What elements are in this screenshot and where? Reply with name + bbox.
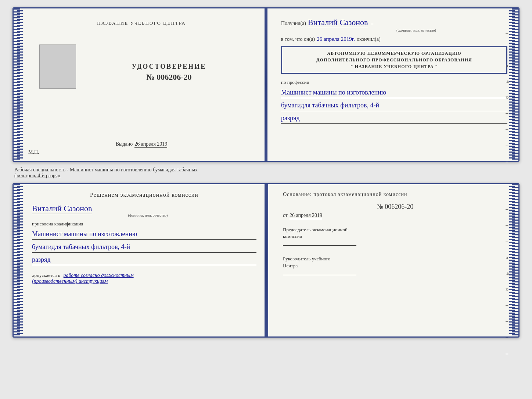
document-container: НАЗВАНИЕ УЧЕБНОГО ЦЕНТРА УДОСТОВЕРЕНИЕ №…	[12, 7, 520, 338]
issued-date: 26 апреля 2019	[134, 141, 167, 148]
diploma-book-bottom: Решением экзаменационной комиссии Витали…	[12, 183, 520, 338]
director-label: Руководитель учебного Центра	[283, 256, 507, 269]
qualification-label: присвоена квалификация	[32, 221, 256, 227]
certificate-number: № 006206-20	[147, 72, 192, 82]
issued-line: Выдано 26 апреля 2019	[116, 141, 168, 148]
stamp-box: АВТОНОМНУЮ НЕКОММЕРЧЕСКУЮ ОРГАНИЗАЦИЮ ДО…	[281, 46, 507, 74]
protocol-number: № 006206-20	[283, 203, 507, 211]
separator-text-underlined: фильтров, 4-й разряд	[14, 173, 518, 179]
recipient-name: Виталий Сазонов	[308, 18, 368, 28]
bottom-left-page: Решением экзаменационной комиссии Витали…	[14, 184, 268, 336]
director-text2: Центра	[283, 263, 298, 268]
allowed-handwritten-2: (производственным) инструкциям	[32, 278, 108, 284]
certificate-title: УДОСТОВЕРЕНИЕ	[132, 63, 206, 71]
chairman-text2: комиссии	[283, 234, 302, 239]
profession-line2: бумагидля табачных фильтров, 4-й	[281, 100, 507, 111]
right-decoration-top	[512, 8, 518, 161]
diploma-left-page: НАЗВАНИЕ УЧЕБНОГО ЦЕНТРА УДОСТОВЕРЕНИЕ №…	[14, 8, 266, 161]
profession-line1: Машинист машины по изготовлению	[281, 87, 507, 98]
in-that-line: в том, что он(а) 26 апреля 2019г. окончи…	[281, 36, 507, 42]
qualification-line1: Машинист машины по изготовлению	[32, 229, 256, 240]
qualification-line3: разряд	[32, 254, 256, 266]
date-value: 26 апреля 2019г.	[317, 36, 355, 42]
finished-label: окончил(а)	[357, 36, 381, 42]
bottom-right-page: Основание: протокол экзаменационной коми…	[268, 184, 518, 336]
basis-line: Основание: протокол экзаменационной коми…	[283, 192, 507, 197]
diploma-spine	[265, 8, 267, 161]
allowed-label: допускается к	[32, 272, 60, 278]
separator-text-normal: Рабочая специальность - Машинист машины …	[14, 167, 518, 173]
received-label: Получил(а)	[281, 21, 306, 26]
qualification-line2: бумагидля табачных фильтров, 4-й	[32, 242, 256, 253]
diploma-right-page: Получил(а) Виталий Сазонов – (фамилия, и…	[266, 8, 518, 161]
chairman-text1: Председатель экзаменационной	[283, 227, 348, 232]
right-dashes: – – и ,а к- – – – –	[506, 31, 509, 165]
allowed-section: допускается к работе согласно должностны…	[32, 272, 256, 284]
issued-label: Выдано	[116, 141, 133, 147]
stamp-line1: АВТОНОМНУЮ НЕКОММЕРЧЕСКУЮ ОРГАНИЗАЦИЮ	[287, 50, 502, 57]
stamp-line3: " НАЗВАНИЕ УЧЕБНОГО ЦЕНТРА "	[287, 63, 502, 70]
date-from-value: 26 апреля 2019	[290, 213, 322, 219]
right-dashes-bottom: – – – и ,а к- – – – –	[506, 206, 509, 357]
in-that-label: в том, что он(а)	[281, 36, 315, 42]
fio-hint-bottom: (фамилия, имя, отчество)	[39, 213, 256, 217]
chairman-label: Председатель экзаменационной комиссии	[283, 227, 507, 240]
separator-section: Рабочая специальность - Машинист машины …	[12, 165, 520, 179]
date-from-line: от 26 апреля 2019	[283, 213, 507, 219]
diploma-spine-bottom	[265, 184, 267, 336]
photo-placeholder	[39, 44, 76, 89]
chairman-signature-line	[283, 245, 356, 246]
profession-label: по профессии	[281, 79, 507, 85]
date-from-label: от	[283, 213, 288, 218]
diploma-book-top: НАЗВАНИЕ УЧЕБНОГО ЦЕНТРА УДОСТОВЕРЕНИЕ №…	[12, 7, 520, 162]
bottom-recipient-name: Виталий Сазонов	[32, 204, 92, 214]
stamp-line2: ДОПОЛНИТЕЛЬНОГО ПРОФЕССИОНАЛЬНОГО ОБРАЗО…	[287, 57, 502, 63]
director-signature-line	[283, 275, 356, 275]
mp-label: М.П.	[28, 149, 39, 155]
profession-line3: разряд	[281, 113, 507, 124]
director-text1: Руководитель учебного	[283, 256, 330, 261]
fio-hint-top: (фамилия, имя, отчество)	[325, 28, 507, 32]
training-center-label: НАЗВАНИЕ УЧЕБНОГО ЦЕНТРА	[97, 20, 186, 26]
right-decoration-bottom	[512, 184, 518, 336]
allowed-handwritten-1: работе согласно должностным	[63, 272, 133, 278]
commission-title: Решением экзаменационной комиссии	[32, 192, 256, 198]
